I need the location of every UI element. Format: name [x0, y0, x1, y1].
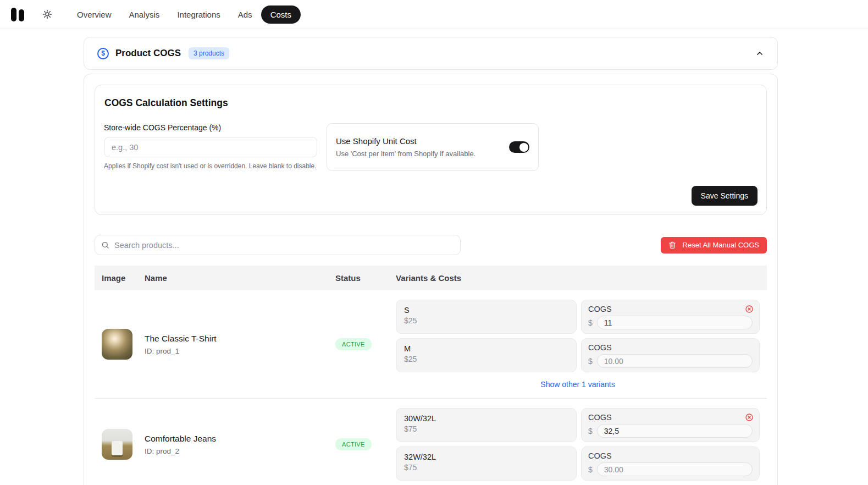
cogs-label: COGS [588, 343, 753, 352]
cogs-card: COGS $ [581, 408, 760, 442]
currency-symbol: $ [588, 357, 593, 366]
product-name: Comfortable Jeans [145, 434, 335, 444]
variant-price: $75 [404, 425, 568, 433]
reset-button-label: Reset All Manual COGS [683, 241, 759, 249]
product-id: ID: prod_1 [145, 347, 335, 355]
table-header-row: Image Name Status Variants & Costs [95, 266, 767, 290]
product-id: ID: prod_2 [145, 447, 335, 455]
currency-symbol: $ [588, 318, 593, 327]
trash-icon [668, 241, 676, 249]
product-count-badge: 3 products [189, 47, 229, 59]
clear-cogs-icon[interactable] [745, 305, 754, 313]
variant-price: $25 [404, 355, 568, 363]
search-icon [101, 241, 109, 249]
main-nav: Overview Analysis Integrations Ads Costs [68, 5, 301, 24]
products-toolbar: Reset All Manual COGS [95, 235, 767, 255]
percentage-label: Store-wide COGS Percentage (%) [104, 123, 317, 132]
cogs-card: COGS $ [581, 338, 760, 372]
variants-cell: S $25 COGS $ [396, 300, 760, 389]
settings-title: COGS Calculation Settings [104, 97, 758, 109]
save-settings-button[interactable]: Save Settings [692, 186, 758, 206]
chevron-up-icon[interactable] [755, 49, 764, 58]
top-navbar: Overview Analysis Integrations Ads Costs [0, 0, 868, 29]
variant-card: 32W/32L $75 [396, 447, 577, 481]
cogs-label: COGS [588, 413, 753, 422]
percentage-field-group: Store-wide COGS Percentage (%) Applies i… [104, 123, 317, 170]
column-header-status: Status [335, 273, 396, 283]
table-row: The Classic T-Shirt ID: prod_1 ACTIVE S … [95, 290, 767, 399]
product-cogs-section-header[interactable]: $ Product COGS 3 products [84, 37, 778, 70]
variant-title: S [404, 306, 568, 315]
app-logo [11, 8, 24, 21]
cogs-card: COGS $ [581, 300, 760, 334]
shopify-unit-cost-toggle[interactable] [509, 141, 529, 153]
status-badge: ACTIVE [335, 338, 372, 350]
variant-title: 30W/32L [404, 414, 568, 423]
search-products-input[interactable] [95, 235, 461, 255]
shopify-unit-cost-title: Use Shopify Unit Cost [336, 136, 509, 146]
search-box [95, 235, 461, 255]
variant-row: 30W/32L $75 COGS $ [396, 408, 760, 442]
variant-price: $25 [404, 316, 568, 325]
page-content: $ Product COGS 3 products COGS Calculati… [84, 37, 778, 485]
variant-row: M $25 COGS $ [396, 338, 760, 372]
product-cogs-panel: COGS Calculation Settings Store-wide COG… [84, 74, 778, 485]
percentage-help-text: Applies if Shopify cost isn't used or is… [104, 162, 317, 170]
variant-price: $75 [404, 463, 568, 472]
reset-all-manual-cogs-button[interactable]: Reset All Manual COGS [661, 237, 767, 253]
nav-item-analysis[interactable]: Analysis [120, 5, 169, 24]
table-row: Comfortable Jeans ID: prod_2 ACTIVE 30W/… [95, 399, 767, 485]
column-header-image: Image [102, 273, 145, 283]
cogs-value-input[interactable] [597, 316, 753, 329]
variant-title: M [404, 344, 568, 353]
column-header-variants: Variants & Costs [396, 273, 760, 283]
cogs-value-input[interactable] [597, 354, 753, 368]
cogs-label: COGS [588, 305, 753, 313]
nav-item-ads[interactable]: Ads [229, 5, 261, 24]
percentage-input[interactable] [104, 137, 317, 157]
currency-symbol: $ [588, 465, 593, 474]
variant-card: 30W/32L $75 [396, 408, 577, 442]
variants-cell: 30W/32L $75 COGS $ [396, 408, 760, 481]
variant-row: S $25 COGS $ [396, 300, 760, 334]
variant-card: M $25 [396, 338, 577, 372]
products-table: Image Name Status Variants & Costs The C… [95, 266, 767, 485]
product-image [102, 429, 132, 460]
product-image [102, 329, 132, 360]
dollar-circle-icon: $ [97, 48, 109, 59]
product-name: The Classic T-Shirt [145, 334, 335, 344]
cogs-label: COGS [588, 451, 753, 460]
cogs-value-input[interactable] [597, 462, 753, 476]
variant-row: 32W/32L $75 COGS $ [396, 447, 760, 481]
shopify-unit-cost-desc: Use 'Cost per item' from Shopify if avai… [336, 150, 509, 158]
cogs-card: COGS $ [581, 447, 760, 481]
cogs-settings-card: COGS Calculation Settings Store-wide COG… [95, 85, 767, 215]
nav-item-overview[interactable]: Overview [68, 5, 120, 24]
clear-cogs-icon[interactable] [745, 413, 754, 422]
currency-symbol: $ [588, 427, 593, 436]
status-badge: ACTIVE [335, 438, 372, 450]
show-other-variants-link[interactable]: Show other 1 variants [396, 380, 760, 389]
nav-item-integrations[interactable]: Integrations [168, 5, 229, 24]
nav-item-costs[interactable]: Costs [261, 5, 301, 24]
cogs-value-input[interactable] [597, 424, 753, 438]
theme-toggle-sun-icon[interactable] [40, 7, 55, 22]
section-title: Product COGS [115, 48, 181, 59]
variant-title: 32W/32L [404, 453, 568, 461]
shopify-unit-cost-box: Use Shopify Unit Cost Use 'Cost per item… [327, 123, 539, 171]
column-header-name: Name [145, 273, 335, 283]
variant-card: S $25 [396, 300, 577, 334]
